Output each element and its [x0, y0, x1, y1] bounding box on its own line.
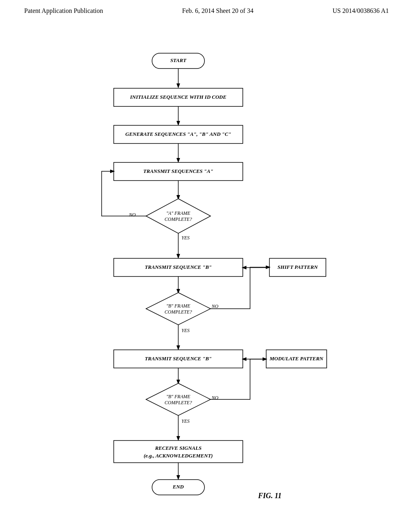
figure-label: FIG. 11 — [258, 492, 282, 500]
svg-text:NO: NO — [211, 303, 219, 309]
svg-text:TRANSMIT SEQUENCE "B": TRANSMIT SEQUENCE "B" — [145, 355, 212, 362]
header-left: Patent Application Publication — [24, 7, 103, 15]
svg-text:INITIALIZE SEQUENCE WITH ID CO: INITIALIZE SEQUENCE WITH ID CODE — [130, 94, 227, 100]
diagram-area: START INITIALIZE SEQUENCE WITH ID CODE G… — [0, 19, 413, 528]
svg-text:"B" FRAME: "B" FRAME — [166, 394, 190, 399]
svg-text:YES: YES — [181, 418, 190, 424]
svg-text:COMPLETE?: COMPLETE? — [165, 216, 192, 222]
page-header: Patent Application Publication Feb. 6, 2… — [0, 0, 413, 19]
svg-text:COMPLETE?: COMPLETE? — [165, 309, 192, 315]
svg-text:COMPLETE?: COMPLETE? — [165, 400, 192, 405]
svg-text:NO: NO — [129, 212, 136, 218]
svg-text:YES: YES — [181, 235, 190, 241]
svg-text:(e.g., ACKNOWLEDGEMENT): (e.g., ACKNOWLEDGEMENT) — [144, 453, 213, 459]
svg-text:RECEIVE SIGNALS: RECEIVE SIGNALS — [154, 445, 201, 451]
header-center: Feb. 6, 2014 Sheet 20 of 34 — [182, 7, 254, 15]
svg-text:TRANSMIT SEQUENCES "A": TRANSMIT SEQUENCES "A" — [143, 168, 213, 174]
svg-text:GENERATE SEQUENCES "A", "B" AN: GENERATE SEQUENCES "A", "B" AND "C" — [125, 131, 231, 137]
svg-rect-42 — [114, 441, 243, 463]
svg-text:START: START — [170, 57, 187, 63]
svg-text:"B" FRAME: "B" FRAME — [166, 303, 190, 309]
flowchart-svg: START INITIALIZE SEQUENCE WITH ID CODE G… — [0, 19, 413, 528]
svg-text:"A" FRAME: "A" FRAME — [166, 210, 190, 216]
svg-text:YES: YES — [181, 328, 190, 333]
svg-text:MODULATE PATTERN: MODULATE PATTERN — [269, 355, 323, 362]
header-right: US 2014/0038636 A1 — [332, 7, 389, 15]
svg-text:SHIFT PATTERN: SHIFT PATTERN — [277, 264, 318, 270]
svg-text:TRANSMIT SEQUENCE "B": TRANSMIT SEQUENCE "B" — [145, 264, 212, 270]
svg-text:END: END — [172, 484, 184, 490]
